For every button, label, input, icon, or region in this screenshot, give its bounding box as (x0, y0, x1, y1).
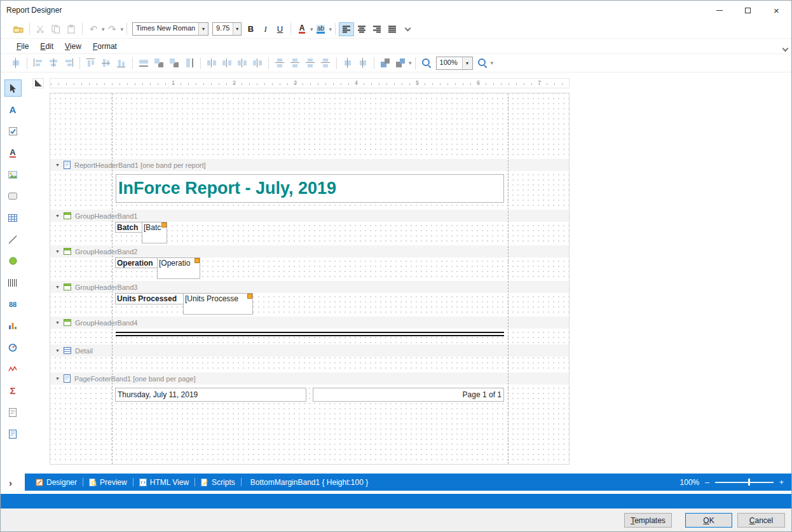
highlight-color-button[interactable]: ab (313, 22, 329, 37)
zoom-slider[interactable] (715, 478, 774, 486)
table-tool[interactable] (4, 209, 22, 226)
undo-button[interactable]: ↶ (86, 22, 101, 37)
center-horizontally-button[interactable] (340, 55, 355, 71)
copy-button[interactable] (48, 22, 64, 37)
size-to-grid-button[interactable] (151, 55, 167, 71)
right-margin-line[interactable] (508, 93, 509, 464)
panel-tool[interactable] (4, 188, 22, 205)
redo-button[interactable]: ↷ (105, 22, 120, 37)
barcode-tool[interactable] (4, 274, 22, 291)
align-middles-button[interactable] (99, 55, 114, 71)
zoom-dropdown-icon[interactable]: ▾ (462, 57, 472, 69)
snap-to-grid-button[interactable] (8, 55, 24, 71)
make-same-size-button[interactable] (167, 55, 182, 71)
left-margin-line[interactable] (112, 93, 113, 464)
menu-format[interactable]: Format (87, 40, 123, 53)
rich-text-tool[interactable]: A (4, 144, 22, 161)
align-left-button[interactable] (339, 22, 354, 36)
summary-tool[interactable]: Σ (4, 382, 22, 399)
units-caption-label[interactable]: Units Processed (115, 293, 184, 304)
remove-horizontal-spacing-button[interactable] (250, 55, 265, 71)
double-line-control[interactable] (116, 332, 504, 336)
label-tool[interactable]: A (4, 101, 22, 118)
make-same-width-button[interactable] (136, 55, 151, 71)
align-center-button[interactable] (354, 22, 369, 36)
align-bottoms-button[interactable] (114, 55, 129, 71)
bring-to-front-button[interactable] (378, 55, 393, 71)
order-dropdown[interactable]: ▾ (409, 60, 412, 66)
band-header-groupheaderband2[interactable]: ▼ GroupHeaderBand2 (50, 245, 569, 257)
center-vertically-button[interactable] (355, 55, 371, 71)
zoom-options-dropdown[interactable]: ▾ (491, 60, 494, 66)
bold-button[interactable]: B (243, 22, 258, 36)
cancel-button[interactable]: Cancel (737, 513, 785, 528)
underline-button[interactable]: U (273, 22, 287, 36)
zoom-out-button[interactable]: – (705, 478, 709, 487)
checkbox-tool[interactable] (4, 123, 22, 140)
align-tops-button[interactable] (83, 55, 99, 71)
batch-field-cell[interactable]: [Batc (142, 222, 167, 243)
maximize-button[interactable] (734, 1, 762, 20)
band-collapse-icon[interactable]: ▼ (55, 285, 60, 290)
make-same-height-button[interactable] (182, 55, 197, 71)
zoom-tool-button[interactable] (419, 55, 434, 71)
band-collapse-icon[interactable]: ▼ (55, 249, 60, 254)
align-right-button[interactable] (369, 22, 385, 36)
tab-html-view[interactable]: HTML View (133, 474, 195, 491)
font-size-dropdown-icon[interactable]: ▾ (233, 23, 241, 35)
increase-vertical-spacing-button[interactable] (287, 55, 303, 71)
tab-scripts[interactable]: Scripts (195, 474, 241, 491)
zoom-combo[interactable]: 100% ▾ (436, 57, 473, 70)
chart-tool[interactable] (4, 317, 22, 334)
open-button[interactable] (11, 22, 26, 37)
tab-designer[interactable]: Designer (30, 474, 83, 491)
footer-page-number-label[interactable]: Page 1 of 1 (313, 388, 504, 402)
operation-caption-label[interactable]: Operation (115, 257, 158, 268)
gauge-tool[interactable] (4, 339, 22, 356)
remove-vertical-spacing-button[interactable] (318, 55, 333, 71)
band-header-groupheaderband4[interactable]: ▼ GroupHeaderBand4 (50, 317, 569, 329)
equal-horizontal-spacing-button[interactable] (204, 55, 219, 71)
sparkline-tool[interactable] (4, 360, 22, 378)
font-color-button[interactable]: A (294, 22, 310, 37)
justify-button[interactable] (385, 22, 400, 36)
report-title-label[interactable]: InForce Report - July, 2019 (116, 174, 504, 203)
band-header-reportheaderband1[interactable]: ▼ ReportHeaderBand1 [one band per report… (50, 159, 569, 171)
align-centers-button[interactable] (46, 55, 61, 71)
minimize-button[interactable] (705, 1, 734, 20)
font-name-dropdown-icon[interactable]: ▾ (198, 23, 208, 35)
ruler-origin-button[interactable] (32, 78, 44, 88)
zip-code-tool[interactable]: 88 (4, 296, 22, 313)
zoom-in-button[interactable] (475, 55, 490, 71)
zoom-in-button[interactable]: + (779, 478, 784, 487)
band-collapse-icon[interactable]: ▼ (55, 376, 60, 381)
highlight-color-dropdown[interactable]: ▾ (329, 26, 332, 32)
band-collapse-icon[interactable]: ▼ (55, 320, 60, 325)
report-page[interactable]: ▼ ReportHeaderBand1 [one band per report… (50, 93, 570, 465)
picture-box-tool[interactable] (4, 166, 22, 183)
shape-tool[interactable] (4, 252, 22, 269)
font-size-combo[interactable]: 9.75 ▾ (212, 22, 242, 36)
ok-button[interactable]: OK (685, 513, 732, 528)
zoom-slider-thumb[interactable] (748, 479, 750, 486)
units-field-cell[interactable]: [Units Processe (183, 293, 253, 315)
band-collapse-icon[interactable]: ▼ (55, 348, 60, 353)
band-header-groupheaderband1[interactable]: ▼ GroupHeaderBand1 (50, 210, 569, 222)
redo-dropdown[interactable]: ▾ (121, 26, 124, 32)
band-collapse-icon[interactable]: ▼ (55, 163, 60, 168)
decrease-horizontal-spacing-button[interactable] (235, 55, 250, 71)
paste-button[interactable] (64, 22, 79, 37)
expand-panel-button[interactable]: › (9, 477, 12, 488)
equal-vertical-spacing-button[interactable] (272, 55, 287, 71)
subreport-tool[interactable] (4, 425, 22, 442)
toolbar-overflow-button[interactable] (400, 22, 415, 37)
line-tool[interactable] (4, 231, 22, 248)
align-right-edges-button[interactable] (61, 55, 76, 71)
band-header-detail[interactable]: ▼ Detail (50, 344, 569, 357)
tab-preview[interactable]: Preview (83, 474, 133, 491)
batch-caption-label[interactable]: Batch (115, 222, 142, 233)
band-collapse-icon[interactable]: ▼ (55, 214, 60, 219)
italic-button[interactable]: I (258, 22, 273, 36)
close-button[interactable]: × (762, 1, 791, 20)
operation-field-cell[interactable]: [Operatio (157, 257, 200, 279)
